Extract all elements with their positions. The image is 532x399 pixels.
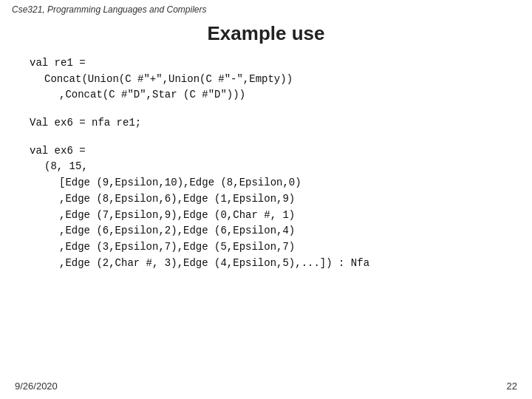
code-line-1-3: ,Concat(C #"D",Star (C #"D"))) [59,87,502,103]
footer: 9/26/2020 22 [0,381,532,392]
code-line-3-2: (8, 15, [44,159,502,175]
code-line-3-1: val ex6 = [30,143,502,160]
footer-page: 22 [507,381,517,392]
code-line-3-5: ,Edge (7,Epsilon,9),Edge (0,Char #, 1) [59,208,502,224]
footer-date: 9/26/2020 [15,381,58,392]
code-line-2-1: Val ex6 = nfa re1; [30,115,502,132]
code-block-3: val ex6 = (8, 15, [Edge (9,Epsilon,10),E… [30,143,502,272]
header-bar: Cse321, Programming Languages and Compil… [0,0,532,19]
code-line-3-8: ,Edge (2,Char #, 3),Edge (4,Epsilon,5),.… [59,256,502,272]
page-title: Example use [0,22,532,45]
code-line-3-4: ,Edge (8,Epsilon,6),Edge (1,Epsilon,9) [59,191,502,208]
content-area: val re1 = Concat(Union(C #"+",Union(C #"… [0,55,532,271]
code-block-1: val re1 = Concat(Union(C #"+",Union(C #"… [30,55,502,103]
header-label: Cse321, Programming Languages and Compil… [12,4,206,15]
code-line-1-1: val re1 = [30,55,502,72]
code-line-3-6: ,Edge (6,Epsilon,2),Edge (6,Epsilon,4) [59,223,502,239]
code-line-3-3: [Edge (9,Epsilon,10),Edge (8,Epsilon,0) [59,175,502,191]
code-line-1-2: Concat(Union(C #"+",Union(C #"-",Empty)) [44,72,502,88]
code-line-3-7: ,Edge (3,Epsilon,7),Edge (5,Epsilon,7) [59,239,502,256]
code-block-2: Val ex6 = nfa re1; [30,115,502,132]
